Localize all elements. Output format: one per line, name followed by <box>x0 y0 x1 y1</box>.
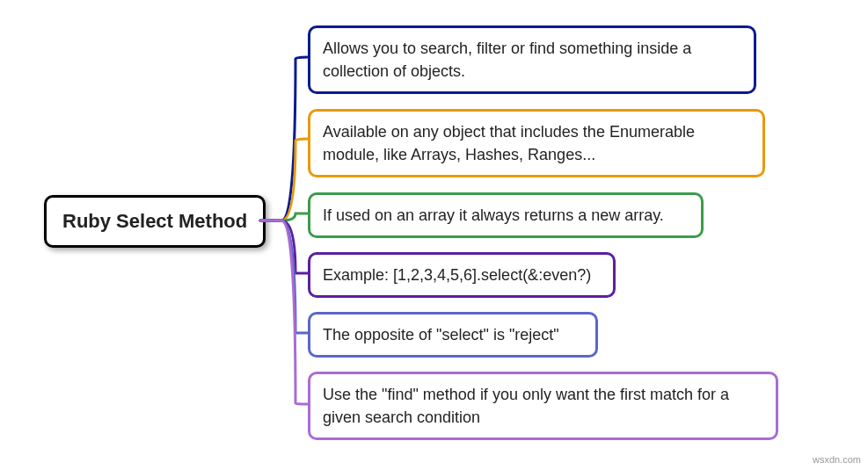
child-node-3: Example: [1,2,3,4,5,6].select(&:even?) <box>308 252 616 298</box>
child-node-5: Use the "find" method if you only want t… <box>308 372 778 440</box>
child-node-4: The opposite of "select" is "reject" <box>308 312 598 358</box>
child-node-0: Allows you to search, filter or find som… <box>308 25 756 94</box>
root-node: Ruby Select Method <box>44 195 266 248</box>
child-node-1: Available on any object that includes th… <box>308 109 765 177</box>
child-node-2: If used on an array it always returns a … <box>308 192 704 238</box>
watermark-text: wsxdn.com <box>813 454 861 465</box>
